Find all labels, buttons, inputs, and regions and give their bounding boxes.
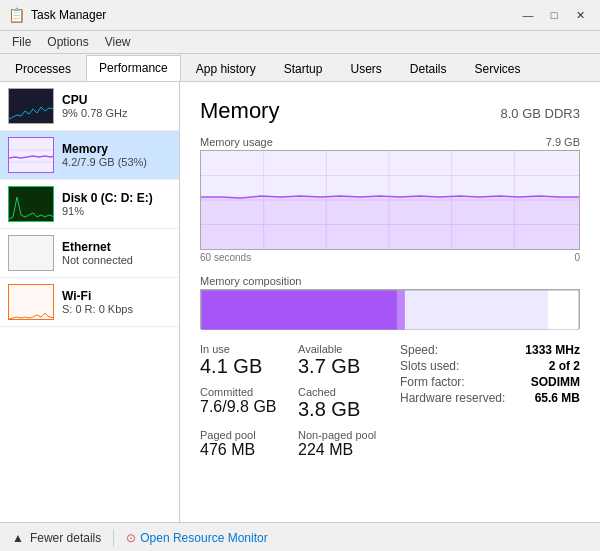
detail-title: Memory bbox=[200, 98, 279, 124]
wifi-chart-mini bbox=[8, 284, 54, 320]
fewer-details-button[interactable]: ▲ Fewer details bbox=[12, 531, 101, 545]
stat-nonpaged-pool-value: 224 MB bbox=[298, 441, 380, 459]
svg-rect-21 bbox=[548, 290, 579, 330]
stat-committed-value: 7.6/9.8 GB bbox=[200, 398, 282, 416]
memory-name: Memory bbox=[62, 142, 171, 156]
detail-header: Memory 8.0 GB DDR3 bbox=[200, 98, 580, 124]
tab-apphistory[interactable]: App history bbox=[183, 56, 269, 81]
sidebar-item-wifi[interactable]: Wi-Fi S: 0 R: 0 Kbps bbox=[0, 278, 179, 327]
disk-chart-mini bbox=[8, 186, 54, 222]
tab-details[interactable]: Details bbox=[397, 56, 460, 81]
tab-users[interactable]: Users bbox=[337, 56, 394, 81]
title-bar: 📋 Task Manager — □ ✕ bbox=[0, 0, 600, 31]
footer-divider bbox=[113, 529, 114, 547]
stat-row-speed: Speed: 1333 MHz bbox=[400, 343, 580, 357]
stat-cached: Cached 3.8 GB bbox=[298, 386, 380, 421]
sidebar-item-disk[interactable]: Disk 0 (C: D: E:) 91% bbox=[0, 180, 179, 229]
disk-sub: 91% bbox=[62, 205, 171, 217]
svg-rect-18 bbox=[201, 290, 397, 330]
stat-available-value: 3.7 GB bbox=[298, 355, 380, 378]
stat-cached-value: 3.8 GB bbox=[298, 398, 380, 421]
stat-row-hw-reserved: Hardware reserved: 65.6 MB bbox=[400, 391, 580, 405]
minimize-button[interactable]: — bbox=[516, 6, 540, 24]
stat-nonpaged-pool-label: Non-paged pool bbox=[298, 429, 380, 441]
app-icon: 📋 bbox=[8, 7, 25, 23]
wifi-name: Wi-Fi bbox=[62, 289, 171, 303]
chart-time-start: 60 seconds bbox=[200, 252, 251, 263]
sidebar: CPU 9% 0.78 GHz Memory 4.2/7.9 GB (53%) bbox=[0, 82, 180, 522]
open-resource-monitor-link[interactable]: ⊙ Open Resource Monitor bbox=[126, 531, 267, 545]
stat-available-label: Available bbox=[298, 343, 380, 355]
stats-right-panel: Speed: 1333 MHz Slots used: 2 of 2 Form … bbox=[380, 343, 580, 467]
ethernet-name: Ethernet bbox=[62, 240, 171, 254]
resource-monitor-icon: ⊙ bbox=[126, 531, 136, 545]
composition-label: Memory composition bbox=[200, 275, 580, 287]
disk-info: Disk 0 (C: D: E:) 91% bbox=[62, 191, 171, 217]
detail-pane: Memory 8.0 GB DDR3 Memory usage 7.9 GB bbox=[180, 82, 600, 522]
menu-options[interactable]: Options bbox=[39, 33, 96, 51]
stat-row-slots: Slots used: 2 of 2 bbox=[400, 359, 580, 373]
window-controls: — □ ✕ bbox=[516, 6, 592, 24]
stat-nonpaged-pool: Non-paged pool 224 MB bbox=[298, 429, 380, 459]
close-button[interactable]: ✕ bbox=[568, 6, 592, 24]
ethernet-sub: Not connected bbox=[62, 254, 171, 266]
sidebar-item-memory[interactable]: Memory 4.2/7.9 GB (53%) bbox=[0, 131, 179, 180]
form-factor-label: Form factor: bbox=[400, 375, 465, 389]
svg-rect-5 bbox=[9, 236, 54, 271]
footer: ▲ Fewer details ⊙ Open Resource Monitor bbox=[0, 522, 600, 551]
memory-usage-section: Memory usage 7.9 GB bbox=[200, 136, 580, 263]
detail-spec: 8.0 GB DDR3 bbox=[501, 106, 580, 121]
ethernet-info: Ethernet Not connected bbox=[62, 240, 171, 266]
speed-value: 1333 MHz bbox=[525, 343, 580, 357]
stat-paged-pool-label: Paged pool bbox=[200, 429, 282, 441]
memory-usage-chart bbox=[200, 150, 580, 250]
chart-time-end: 0 bbox=[574, 252, 580, 263]
tab-bar: Processes Performance App history Startu… bbox=[0, 54, 600, 82]
window-title: Task Manager bbox=[31, 8, 106, 22]
main-content: CPU 9% 0.78 GHz Memory 4.2/7.9 GB (53%) bbox=[0, 82, 600, 522]
speed-label: Speed: bbox=[400, 343, 438, 357]
svg-rect-19 bbox=[397, 290, 405, 330]
tab-performance[interactable]: Performance bbox=[86, 55, 181, 81]
stat-available: Available 3.7 GB bbox=[298, 343, 380, 378]
stat-row-form-factor: Form factor: SODIMM bbox=[400, 375, 580, 389]
composition-chart bbox=[200, 289, 580, 329]
disk-name: Disk 0 (C: D: E:) bbox=[62, 191, 171, 205]
slots-label: Slots used: bbox=[400, 359, 459, 373]
chart-label: Memory usage bbox=[200, 136, 273, 148]
stats-layout: In use 4.1 GB Available 3.7 GB Committed… bbox=[200, 343, 580, 467]
svg-rect-0 bbox=[9, 89, 54, 124]
fewer-details-label: Fewer details bbox=[30, 531, 101, 545]
sidebar-item-cpu[interactable]: CPU 9% 0.78 GHz bbox=[0, 82, 179, 131]
stats-left: In use 4.1 GB Available 3.7 GB Committed… bbox=[200, 343, 380, 467]
stat-in-use-label: In use bbox=[200, 343, 282, 355]
hw-reserved-value: 65.6 MB bbox=[535, 391, 580, 405]
hw-reserved-label: Hardware reserved: bbox=[400, 391, 505, 405]
chart-time-row: 60 seconds 0 bbox=[200, 252, 580, 263]
tab-startup[interactable]: Startup bbox=[271, 56, 336, 81]
stat-in-use-value: 4.1 GB bbox=[200, 355, 282, 378]
memory-info: Memory 4.2/7.9 GB (53%) bbox=[62, 142, 171, 168]
title-bar-left: 📋 Task Manager bbox=[8, 7, 106, 23]
menu-file[interactable]: File bbox=[4, 33, 39, 51]
ethernet-chart-mini bbox=[8, 235, 54, 271]
stat-cached-label: Cached bbox=[298, 386, 380, 398]
wifi-info: Wi-Fi S: 0 R: 0 Kbps bbox=[62, 289, 171, 315]
cpu-info: CPU 9% 0.78 GHz bbox=[62, 93, 171, 119]
stat-paged-pool: Paged pool 476 MB bbox=[200, 429, 282, 459]
cpu-chart-mini bbox=[8, 88, 54, 124]
wifi-sub: S: 0 R: 0 Kbps bbox=[62, 303, 171, 315]
form-factor-value: SODIMM bbox=[531, 375, 580, 389]
maximize-button[interactable]: □ bbox=[542, 6, 566, 24]
menu-view[interactable]: View bbox=[97, 33, 139, 51]
slots-value: 2 of 2 bbox=[549, 359, 580, 373]
open-resource-monitor-label: Open Resource Monitor bbox=[140, 531, 267, 545]
tab-processes[interactable]: Processes bbox=[2, 56, 84, 81]
svg-rect-20 bbox=[405, 290, 548, 330]
stat-in-use: In use 4.1 GB bbox=[200, 343, 282, 378]
sidebar-item-ethernet[interactable]: Ethernet Not connected bbox=[0, 229, 179, 278]
stat-committed: Committed 7.6/9.8 GB bbox=[200, 386, 282, 421]
tab-services[interactable]: Services bbox=[462, 56, 534, 81]
fewer-details-icon: ▲ bbox=[12, 531, 24, 545]
cpu-sub: 9% 0.78 GHz bbox=[62, 107, 171, 119]
